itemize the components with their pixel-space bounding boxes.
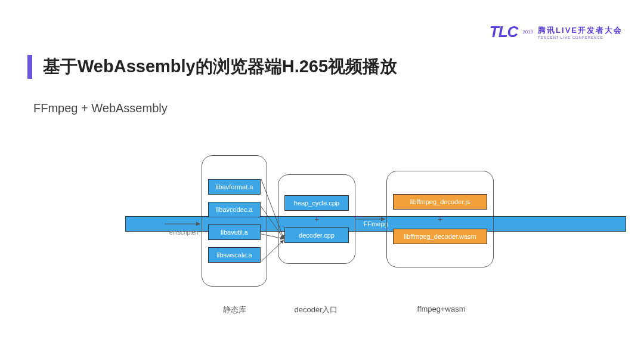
source-box: FFmepg: [125, 216, 626, 232]
plus-icon: +: [314, 214, 319, 224]
logo-cn: 腾讯LIVE开发者大会: [538, 25, 623, 36]
output-item: libffmpeg_decoder.wasm: [393, 229, 487, 244]
decoder-entry-group: heap_cycle.cpp + decoder.cpp: [278, 174, 355, 264]
caption-col1: 静态库: [215, 304, 254, 315]
logo-sub: TENCENT LIVE CONFERENCE: [538, 36, 623, 39]
conference-logo: TLC 2019 腾讯LIVE开发者大会 TENCENT LIVE CONFER…: [490, 23, 623, 41]
slide-title-row: 基于WebAssembly的浏览器端H.265视频播放: [27, 55, 397, 79]
diagram-stage: FFmepg emscripten libavformat.a libavcod…: [89, 149, 590, 328]
plus-icon: +: [438, 214, 442, 224]
lib-item: libavcodec.a: [208, 202, 261, 217]
output-group: libffmpeg_decoder.js + libffmpeg_decoder…: [386, 171, 494, 267]
output-item: libffmpeg_decoder.js: [393, 194, 487, 210]
slide-subtitle: FFmpeg + WebAssembly: [33, 101, 168, 115]
title-accent-bar: [27, 55, 32, 79]
edge-label: emscripten: [169, 229, 199, 236]
caption-col3: ffmpeg+wasm: [405, 304, 477, 313]
static-libs-group: libavformat.a libavcodec.a libavutil.a l…: [202, 155, 267, 287]
logo-text: TLC: [490, 23, 518, 41]
lib-item: libswscale.a: [208, 247, 261, 263]
slide-title: 基于WebAssembly的浏览器端H.265视频播放: [43, 55, 397, 79]
caption-col2: decoder入口: [286, 304, 346, 315]
lib-item: libavutil.a: [208, 224, 261, 240]
cpp-item: heap_cycle.cpp: [284, 195, 349, 211]
logo-year: 2019: [522, 30, 533, 35]
lib-item: libavformat.a: [208, 179, 261, 195]
cpp-item: decoder.cpp: [284, 227, 349, 243]
